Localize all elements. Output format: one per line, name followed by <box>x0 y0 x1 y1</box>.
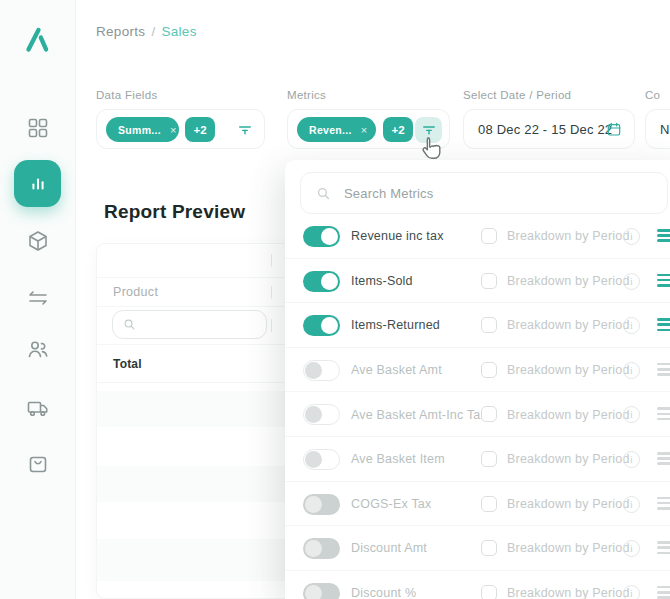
breakdown-label: Breakdown by Period <box>507 392 630 437</box>
metric-toggle[interactable] <box>303 449 340 470</box>
metric-row: Revenue inc tax Breakdown by Period i <box>285 214 670 259</box>
metric-toggle[interactable] <box>303 271 340 292</box>
drag-handle-icon[interactable] <box>657 452 670 468</box>
toggle-knob <box>305 362 322 379</box>
breakdown-checkbox[interactable] <box>481 540 497 556</box>
date-range-picker[interactable]: 08 Dec 22 - 15 Dec 22 <box>463 109 635 149</box>
sidebar <box>0 0 76 599</box>
breakdown-label: Breakdown by Period <box>507 214 630 259</box>
toggle-knob <box>305 540 322 557</box>
breakdown-checkbox[interactable] <box>481 273 497 289</box>
breakdown-checkbox[interactable] <box>481 496 497 512</box>
sidebar-item-analytics[interactable] <box>14 160 61 207</box>
data-fields-chip-label: Summ... <box>118 124 161 136</box>
drag-handle-icon[interactable] <box>657 586 670 599</box>
metric-toggle[interactable] <box>303 538 340 559</box>
breadcrumb-separator: / <box>151 24 155 39</box>
column-divider <box>271 254 272 267</box>
info-icon[interactable]: i <box>623 585 640 599</box>
metric-label: Ave Basket Amt <box>351 348 442 393</box>
metric-row: Ave Basket Item Breakdown by Period i <box>285 437 670 482</box>
metrics-box[interactable]: Reven... × +2 <box>287 109 450 149</box>
metric-row: Items-Returned Breakdown by Period i <box>285 303 670 348</box>
info-icon[interactable]: i <box>623 362 640 379</box>
bar-chart-icon <box>27 173 49 195</box>
metric-row: Ave Basket Amt Breakdown by Period i <box>285 348 670 393</box>
breadcrumb-reports[interactable]: Reports <box>96 24 145 39</box>
metric-row: Discount Amt Breakdown by Period i <box>285 526 670 571</box>
drag-handle-icon[interactable] <box>657 229 670 245</box>
truck-icon[interactable] <box>26 396 50 420</box>
product-column-header: Product <box>113 285 158 299</box>
info-icon[interactable]: i <box>623 540 640 557</box>
toggle-knob <box>305 585 322 599</box>
grid-icon[interactable] <box>26 116 50 140</box>
metric-toggle[interactable] <box>303 226 340 247</box>
metrics-dropdown-panel: Revenue inc tax Breakdown by Period i It… <box>285 160 670 599</box>
breadcrumb-sales: Sales <box>161 24 196 39</box>
calendar-icon[interactable] <box>606 121 622 137</box>
metric-label: COGS-Ex Tax <box>351 482 431 527</box>
breakdown-checkbox[interactable] <box>481 585 497 599</box>
metric-toggle[interactable] <box>303 494 340 515</box>
metric-toggle[interactable] <box>303 583 340 599</box>
compare-label: Co <box>645 89 660 101</box>
metric-label: Revenue inc tax <box>351 214 444 259</box>
drag-handle-icon[interactable] <box>657 363 670 379</box>
drag-handle-icon[interactable] <box>657 407 670 423</box>
search-icon <box>122 317 137 332</box>
metrics-label: Metrics <box>287 89 326 101</box>
compare-box[interactable]: N <box>645 109 670 149</box>
drag-handle-icon[interactable] <box>657 318 670 334</box>
data-fields-more-badge[interactable]: +2 <box>185 117 215 142</box>
users-icon[interactable] <box>26 337 50 361</box>
info-icon[interactable]: i <box>623 496 640 513</box>
data-fields-box[interactable]: Summ... × +2 <box>96 109 265 149</box>
breakdown-label: Breakdown by Period <box>507 259 630 304</box>
metric-toggle[interactable] <box>303 360 340 381</box>
drag-handle-icon[interactable] <box>657 274 670 290</box>
metric-row: COGS-Ex Tax Breakdown by Period i <box>285 482 670 527</box>
metrics-filter-icon[interactable] <box>415 117 442 143</box>
metric-label: Ave Basket Item <box>351 437 445 482</box>
date-period-label: Select Date / Period <box>463 89 571 101</box>
metrics-more-badge[interactable]: +2 <box>383 117 413 142</box>
product-search-field[interactable] <box>112 310 267 339</box>
data-fields-label: Data Fields <box>96 89 157 101</box>
search-icon <box>315 185 332 202</box>
date-range-value: 08 Dec 22 - 15 Dec 22 <box>478 110 612 148</box>
shopping-bag-icon[interactable] <box>26 451 50 475</box>
metric-toggle[interactable] <box>303 404 340 425</box>
breakdown-label: Breakdown by Period <box>507 437 630 482</box>
breakdown-checkbox[interactable] <box>481 228 497 244</box>
metric-label: Items-Returned <box>351 303 440 348</box>
info-icon[interactable]: i <box>623 317 640 334</box>
breakdown-checkbox[interactable] <box>481 317 497 333</box>
drag-handle-icon[interactable] <box>657 541 670 557</box>
metrics-chip[interactable]: Reven... × <box>297 117 376 142</box>
toggle-knob <box>305 406 322 423</box>
breakdown-checkbox[interactable] <box>481 406 497 422</box>
info-icon[interactable]: i <box>623 451 640 468</box>
breakdown-label: Breakdown by Period <box>507 526 630 571</box>
chip-close-icon[interactable]: × <box>170 124 177 136</box>
metrics-search-field[interactable] <box>300 172 668 214</box>
data-fields-chip[interactable]: Summ... × <box>106 117 179 142</box>
info-icon[interactable]: i <box>623 273 640 290</box>
package-icon[interactable] <box>26 229 50 253</box>
breakdown-label: Breakdown by Period <box>507 571 630 599</box>
info-icon[interactable]: i <box>623 406 640 423</box>
data-fields-filter-icon[interactable] <box>231 117 258 143</box>
column-divider <box>271 286 272 299</box>
drag-handle-icon[interactable] <box>657 497 670 513</box>
breakdown-checkbox[interactable] <box>481 362 497 378</box>
metrics-search-input[interactable] <box>342 185 667 202</box>
transfer-arrows-icon[interactable] <box>26 286 50 310</box>
breakdown-checkbox[interactable] <box>481 451 497 467</box>
product-search-input[interactable] <box>137 317 266 333</box>
metric-label: Discount Amt <box>351 526 427 571</box>
brand-logo-icon[interactable] <box>19 20 57 58</box>
info-icon[interactable]: i <box>623 228 640 245</box>
metric-toggle[interactable] <box>303 315 340 336</box>
chip-close-icon[interactable]: × <box>361 124 368 136</box>
